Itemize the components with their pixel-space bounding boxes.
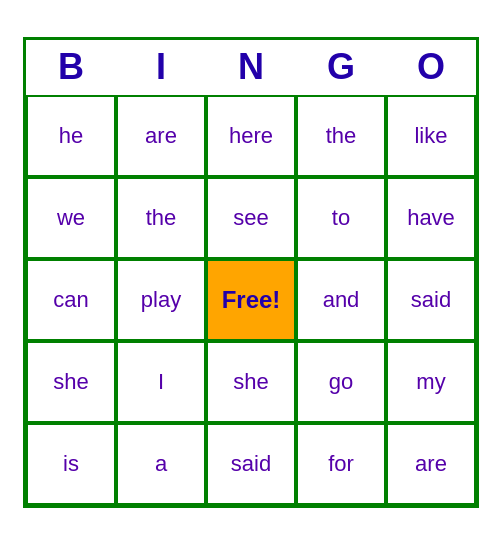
bingo-header: B I N G O xyxy=(26,40,476,95)
grid-row-3: she I she go my xyxy=(26,341,476,423)
grid-row-4: is a said for are xyxy=(26,423,476,505)
cell-2-4: said xyxy=(386,259,476,341)
cell-1-0: we xyxy=(26,177,116,259)
cell-0-4: like xyxy=(386,95,476,177)
cell-4-2: said xyxy=(206,423,296,505)
header-b: B xyxy=(26,40,116,95)
header-i: I xyxy=(116,40,206,95)
cell-4-1: a xyxy=(116,423,206,505)
cell-2-0: can xyxy=(26,259,116,341)
free-cell: Free! xyxy=(206,259,296,341)
cell-3-1: I xyxy=(116,341,206,423)
cell-0-0: he xyxy=(26,95,116,177)
cell-4-3: for xyxy=(296,423,386,505)
cell-4-0: is xyxy=(26,423,116,505)
cell-3-2: she xyxy=(206,341,296,423)
cell-0-2: here xyxy=(206,95,296,177)
header-g: G xyxy=(296,40,386,95)
cell-2-1: play xyxy=(116,259,206,341)
cell-3-0: she xyxy=(26,341,116,423)
cell-3-3: go xyxy=(296,341,386,423)
grid-row-1: we the see to have xyxy=(26,177,476,259)
bingo-card: B I N G O he are here the like we the se… xyxy=(23,37,479,508)
cell-3-4: my xyxy=(386,341,476,423)
cell-1-1: the xyxy=(116,177,206,259)
cell-1-2: see xyxy=(206,177,296,259)
cell-1-3: to xyxy=(296,177,386,259)
cell-1-4: have xyxy=(386,177,476,259)
cell-0-1: are xyxy=(116,95,206,177)
cell-0-3: the xyxy=(296,95,386,177)
header-o: O xyxy=(386,40,476,95)
header-n: N xyxy=(206,40,296,95)
grid-row-2: can play Free! and said xyxy=(26,259,476,341)
cell-2-3: and xyxy=(296,259,386,341)
grid-row-0: he are here the like xyxy=(26,95,476,177)
cell-4-4: are xyxy=(386,423,476,505)
